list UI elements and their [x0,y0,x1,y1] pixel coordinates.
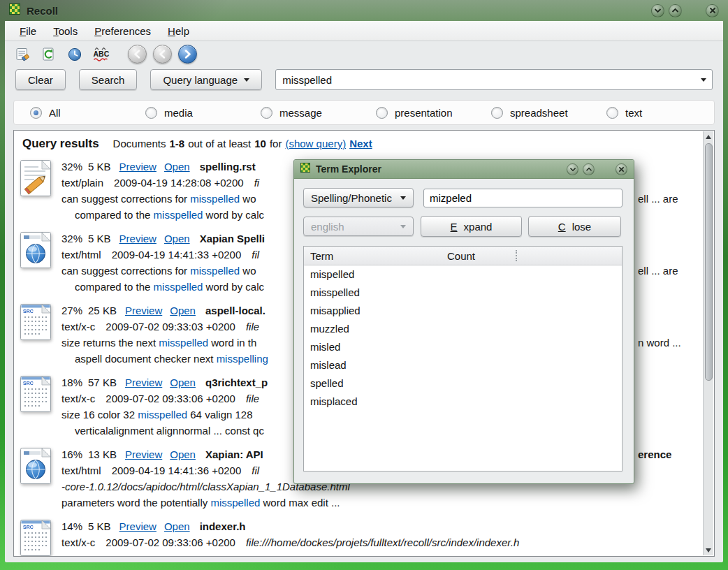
menu-tools[interactable]: Tools [45,22,85,40]
filter-text[interactable]: text [606,107,642,119]
next-link[interactable]: Next [349,138,372,149]
sort-by-date-icon[interactable] [65,45,85,64]
term-row[interactable]: misspelled [304,284,622,302]
preview-link[interactable]: Preview [119,520,156,532]
erase-search-icon[interactable] [13,45,33,64]
query-input[interactable] [282,74,695,86]
result-size: 5 KB [88,233,111,244]
relevance-percent: 18% [61,377,82,388]
filter-row: Allmediamessagepresentationspreadsheette… [13,100,715,125]
show-query-link[interactable]: (show query) [285,138,346,149]
column-term[interactable]: Term [304,250,447,262]
preview-link[interactable]: Preview [125,305,162,316]
query-combobox[interactable] [275,69,713,90]
query-results-title: Query results [22,137,99,151]
preview-link[interactable]: Preview [119,161,156,173]
close-icon[interactable] [706,4,719,17]
result-headline: 27%25 KBPreviewOpenaspell-local. [61,302,270,319]
menu-preferences[interactable]: Preferences [87,22,159,40]
svg-text:SRC: SRC [23,309,34,314]
filter-all[interactable]: All [30,107,145,119]
term-row[interactable]: mislead [304,356,622,374]
expand-button[interactable]: Expand [421,216,522,237]
open-link[interactable]: Open [170,377,196,388]
result-snippet: compared to the misspelled word by calc [61,279,270,295]
term-row[interactable]: spelled [304,374,622,393]
scrollbar-up-icon[interactable] [704,131,714,142]
open-link[interactable]: Open [164,161,190,173]
preview-link[interactable]: Preview [125,377,162,388]
first-page-icon[interactable] [128,45,147,64]
language-dropdown[interactable]: english [303,217,414,236]
open-link[interactable]: Open [164,520,190,532]
result-text: 32%5 KBPreviewOpenspelling.rsttext/plain… [61,159,270,223]
filter-presentation[interactable]: presentation [376,107,491,119]
filter-media[interactable]: media [145,107,261,119]
clear-button[interactable]: Clear [15,69,66,90]
term-input[interactable] [423,189,623,207]
result-snippet: compared to the misspelled word by calc [61,207,270,223]
src-file-icon[interactable]: SRC [20,302,52,367]
filter-label: spreadsheet [510,107,568,119]
text-segment: word in th [208,337,256,349]
prev-page-icon[interactable] [153,45,172,64]
result-path: file [246,393,259,404]
term-row[interactable]: misled [304,338,622,356]
result-snippet: size returns the next misspelled word in… [61,335,270,351]
column-count[interactable]: Count [447,250,475,262]
shade-up-icon[interactable] [669,4,682,17]
scrollbar-thumb[interactable] [705,143,713,381]
result-meta: text/plain2009-04-19 14:28:08 +0200fi [61,175,270,191]
dialog-title-bar[interactable]: Term Explorer [294,160,634,179]
result-path: fil [252,249,259,261]
result-snippet: size 16 color 32 misspelled 64 valign 12… [61,407,270,423]
highlighted-term: misspelled [190,193,240,205]
search-button[interactable]: Search [79,69,138,90]
mode-dropdown[interactable]: Spelling/Phonetic [303,188,414,207]
open-link[interactable]: Open [170,448,196,460]
term-explorer-spell-icon[interactable]: ABC [91,45,110,64]
text-segment: spelling.rst [200,161,256,173]
shade-up-icon[interactable] [583,163,595,175]
shade-down-icon[interactable] [567,163,578,175]
term-row[interactable]: mispelled [304,265,622,284]
filter-spreadsheet[interactable]: spreadsheet [491,107,606,119]
term-row[interactable]: misplaced [304,393,622,411]
update-index-icon[interactable] [39,45,59,64]
result-path: file [246,321,259,332]
scrollbar-down-icon[interactable] [704,545,714,555]
radio-icon [606,107,618,119]
open-link[interactable]: Open [170,305,196,316]
results-scrollbar[interactable] [703,131,713,555]
text-segment: word by calc [203,209,264,221]
result-path: file:///home/dockes/projets/fulltext/rec… [246,536,519,548]
chevron-down-icon[interactable] [701,78,706,82]
preview-link[interactable]: Preview [119,233,156,244]
preview-link[interactable]: Preview [125,448,162,460]
open-link[interactable]: Open [164,233,190,244]
text-file-icon[interactable] [20,159,52,223]
filter-message[interactable]: message [261,107,376,119]
query-language-dropdown[interactable]: Query language [150,69,262,90]
menu-file[interactable]: File [12,22,44,40]
highlighted-term: misspelled [138,409,187,421]
result-snippet: aspell document checker next misspelling [61,351,270,367]
title-bar[interactable]: Recoll [0,0,728,21]
close-button[interactable]: Close [528,216,621,237]
menu-help[interactable]: Help [160,22,197,40]
html-file-icon[interactable] [20,446,52,511]
relevance-percent: 16% [61,448,82,460]
term-row[interactable]: misapplied [304,302,622,320]
text-segment: wo [240,193,256,205]
next-page-icon[interactable] [178,45,197,64]
result-date: 2009-07-02 09:33:03 +0200 [105,321,235,332]
text-segment: indexer.h [200,520,246,532]
src-file-icon[interactable]: SRC [20,518,52,556]
term-table-header[interactable]: Term Count [304,247,622,265]
result-title: q3richtext_p [205,377,268,388]
shade-down-icon[interactable] [651,4,664,17]
src-file-icon[interactable]: SRC [20,374,52,439]
html-file-icon[interactable] [20,231,52,295]
close-icon[interactable] [616,163,627,175]
term-row[interactable]: muzzled [304,320,622,338]
